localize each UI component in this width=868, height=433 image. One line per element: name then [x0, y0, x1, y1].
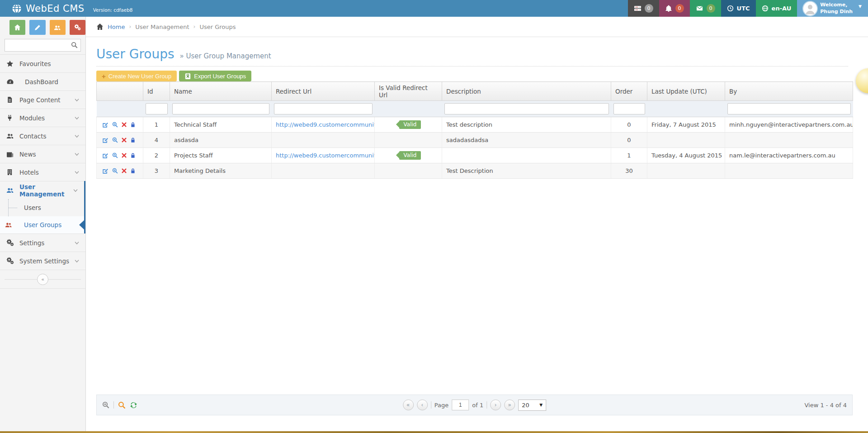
- lock-icon[interactable]: [130, 122, 136, 128]
- gears-icon: [74, 24, 81, 31]
- locale-button[interactable]: en-AU: [756, 0, 797, 17]
- search-icon[interactable]: [118, 401, 126, 409]
- newspaper-icon: [6, 151, 15, 158]
- avatar: [803, 2, 817, 15]
- quick-home-button[interactable]: [9, 20, 25, 35]
- page-number-input[interactable]: [452, 400, 469, 410]
- col-header-last-update[interactable]: Last Update (UTC): [647, 82, 725, 101]
- col-header-is-valid[interactable]: Is Valid Redirect Url: [375, 82, 442, 101]
- sidebar-item-dashboard[interactable]: DashBoard: [0, 72, 85, 90]
- next-page-button[interactable]: ›: [490, 400, 501, 410]
- quick-settings-button[interactable]: [70, 20, 85, 35]
- view-info: View 1 - 4 of 4: [804, 402, 847, 409]
- zoom-in-icon[interactable]: [112, 152, 118, 158]
- filter-name-input[interactable]: [172, 103, 269, 114]
- col-header-by[interactable]: By: [725, 82, 853, 101]
- edit-icon[interactable]: [102, 122, 108, 128]
- quick-edit-button[interactable]: [29, 20, 45, 35]
- user-menu-button[interactable]: Welcome, Phung Dinh ▼: [797, 0, 868, 17]
- quick-users-button[interactable]: [50, 20, 66, 35]
- users-icon: [6, 186, 15, 194]
- breadcrumb: Home › User Management › User Groups: [86, 17, 868, 37]
- col-header-order[interactable]: Order: [611, 82, 647, 101]
- page-size-select[interactable]: 20 ▼: [518, 400, 546, 411]
- divider: [431, 401, 431, 409]
- sidebar-item-settings[interactable]: Settings: [0, 233, 85, 252]
- sidebar-item-news[interactable]: News: [0, 145, 85, 163]
- last-page-button[interactable]: »: [504, 400, 515, 410]
- users-icon: [5, 221, 12, 228]
- edit-icon[interactable]: [102, 137, 108, 143]
- edit-icon[interactable]: [102, 168, 108, 174]
- redirect-url-link[interactable]: http://webed9.customercommunity.c: [276, 121, 375, 128]
- home-icon: [14, 24, 21, 31]
- breadcrumb-separator: ›: [129, 24, 131, 30]
- col-header-id[interactable]: Id: [143, 82, 170, 101]
- notifications-button[interactable]: 0: [659, 0, 690, 17]
- zoom-in-icon[interactable]: [112, 137, 118, 143]
- cell-name: asdasda: [170, 133, 272, 148]
- brand-globe-icon: [12, 4, 22, 14]
- divider: [96, 66, 848, 67]
- delete-x-icon[interactable]: [122, 168, 127, 173]
- redirect-url-link[interactable]: http://webed9.customercommunity.c: [276, 152, 375, 159]
- filter-order-input[interactable]: [613, 103, 645, 114]
- messages-badge: 0: [707, 4, 715, 13]
- lock-icon[interactable]: [130, 168, 136, 174]
- delete-x-icon[interactable]: [122, 138, 127, 143]
- chevron-down-icon: [74, 97, 80, 103]
- gears-icon: [6, 239, 15, 247]
- zoom-in-icon[interactable]: [112, 168, 118, 174]
- sidebar-item-users[interactable]: Users: [0, 199, 84, 216]
- envelope-icon: [696, 5, 703, 12]
- delete-x-icon[interactable]: [122, 122, 127, 127]
- timezone-label: UTC: [737, 5, 750, 12]
- create-new-user-group-button[interactable]: + Create New User Group: [96, 71, 177, 81]
- page-count-label: of 1: [472, 402, 483, 409]
- sidebar-item-favourites[interactable]: Favourites: [0, 54, 85, 72]
- sidebar-item-contacts[interactable]: Contacts: [0, 127, 85, 145]
- col-header-name[interactable]: Name: [170, 82, 272, 101]
- sidebar-item-modules[interactable]: Modules: [0, 109, 85, 127]
- lock-icon[interactable]: [130, 152, 136, 158]
- zoom-in-icon[interactable]: [102, 401, 109, 409]
- tasks-menu-button[interactable]: 0: [628, 0, 659, 17]
- sidebar-collapse-button[interactable]: «: [37, 274, 48, 285]
- sidebar-item-hotels[interactable]: Hotels: [0, 163, 85, 181]
- filter-redirect-url-input[interactable]: [274, 103, 373, 114]
- sidebar-item-page-content[interactable]: Page Content: [0, 90, 85, 109]
- home-icon: [96, 23, 104, 30]
- sidebar-search-input[interactable]: [5, 39, 81, 52]
- prev-page-button[interactable]: ‹: [417, 400, 428, 410]
- breadcrumb-home-link[interactable]: Home: [108, 24, 125, 30]
- col-header-redirect-url[interactable]: Redirect Url: [272, 82, 375, 101]
- welcome-text: Welcome, Phung Dinh: [820, 2, 853, 15]
- export-user-groups-button[interactable]: Export User Groups: [179, 71, 251, 81]
- col-header-description[interactable]: Description: [442, 82, 611, 101]
- delete-x-icon[interactable]: [122, 153, 127, 158]
- chevron-down-icon: [74, 151, 80, 157]
- page-subtitle: » User Group Management: [180, 52, 271, 60]
- bell-icon: [665, 5, 672, 12]
- first-page-button[interactable]: «: [403, 400, 414, 410]
- timezone-button[interactable]: UTC: [721, 0, 756, 17]
- caret-down-icon: ▼: [539, 403, 542, 407]
- filter-description-input[interactable]: [444, 103, 609, 114]
- cell-name: Projects Staff: [170, 148, 272, 163]
- main-content: Home › User Management › User Groups Use…: [86, 17, 868, 433]
- chevron-down-icon: [74, 133, 80, 139]
- sidebar-item-user-management[interactable]: User Management: [0, 181, 84, 199]
- page-icon: [6, 96, 15, 103]
- sidebar-item-system-settings[interactable]: System Settings: [0, 252, 85, 270]
- lock-icon[interactable]: [130, 137, 136, 143]
- cell-id: 2: [143, 148, 170, 163]
- edit-icon[interactable]: [102, 152, 108, 159]
- messages-button[interactable]: 0: [690, 0, 721, 17]
- zoom-in-icon[interactable]: [112, 122, 118, 128]
- refresh-icon[interactable]: [130, 401, 137, 409]
- filter-id-input[interactable]: [146, 103, 168, 114]
- filter-by-input[interactable]: [727, 103, 851, 114]
- breadcrumb-user-groups: User Groups: [199, 24, 236, 30]
- table-row: 2 Projects Staff http://webed9.customerc…: [97, 148, 853, 163]
- sidebar-item-user-groups[interactable]: User Groups: [0, 216, 84, 233]
